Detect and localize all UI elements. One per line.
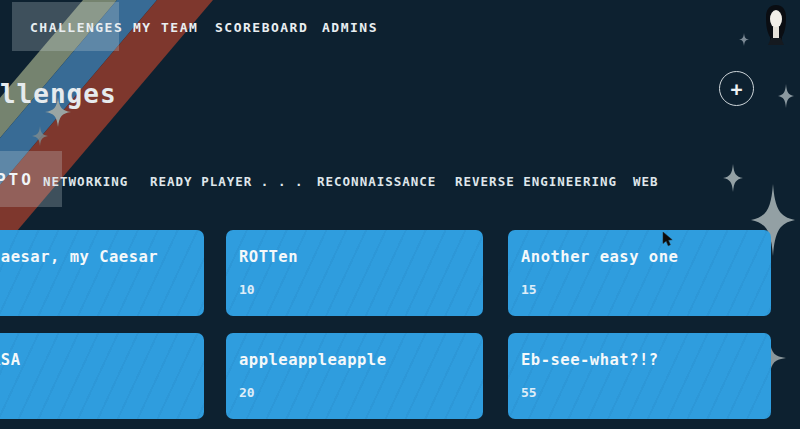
user-avatar[interactable] (761, 4, 791, 47)
sparkle-icon (723, 164, 743, 192)
tab-networking[interactable]: NETWORKING (43, 174, 128, 189)
challenge-points: 15 (521, 282, 771, 297)
challenge-points: 55 (521, 385, 771, 400)
challenge-title: ROTTen (239, 248, 483, 266)
challenge-points: 10 (239, 282, 483, 297)
page-title: Challenges (0, 79, 117, 109)
challenge-card[interactable]: Caesar, my Caesar (0, 230, 204, 316)
nav-item-admins[interactable]: ADMINS (322, 20, 378, 35)
challenge-card[interactable]: Eb-see-what?!? 55 (508, 333, 771, 419)
challenge-card[interactable]: ROTTen 10 (226, 230, 483, 316)
tab-web[interactable]: WEB (633, 174, 659, 189)
challenge-card[interactable]: Another easy one 15 (508, 230, 771, 316)
mouse-cursor-icon (662, 232, 675, 247)
tab-crypto[interactable]: CRYPTO (0, 170, 34, 189)
challenge-title: appleappleapple (239, 351, 483, 369)
challenge-title: RSA (0, 351, 204, 369)
tab-ready-player[interactable]: READY PLAYER . . . (150, 174, 303, 189)
plus-icon: + (730, 79, 742, 99)
tab-reconnaissance[interactable]: RECONNAISSANCE (317, 174, 436, 189)
challenge-points: 20 (239, 385, 483, 400)
sparkle-icon (778, 84, 794, 108)
sparkle-icon (739, 33, 749, 46)
challenge-title: Eb-see-what?!? (521, 351, 771, 369)
add-challenge-button[interactable]: + (719, 71, 754, 106)
nav-item-scoreboard[interactable]: SCOREBOARD (215, 20, 308, 35)
nav-item-my-team[interactable]: MY TEAM (133, 20, 198, 35)
sparkle-icon (32, 126, 48, 146)
nav-item-challenges[interactable]: CHALLENGES (30, 20, 123, 35)
challenges-page: CHALLENGES MY TEAM SCOREBOARD ADMINS Cha… (0, 0, 800, 429)
challenge-title: Another easy one (521, 248, 771, 266)
challenge-card[interactable]: RSA (0, 333, 204, 419)
challenge-card[interactable]: appleappleapple 20 (226, 333, 483, 419)
challenge-title: Caesar, my Caesar (0, 248, 204, 266)
tab-reverse-engineering[interactable]: REVERSE ENGINEERING (455, 174, 617, 189)
